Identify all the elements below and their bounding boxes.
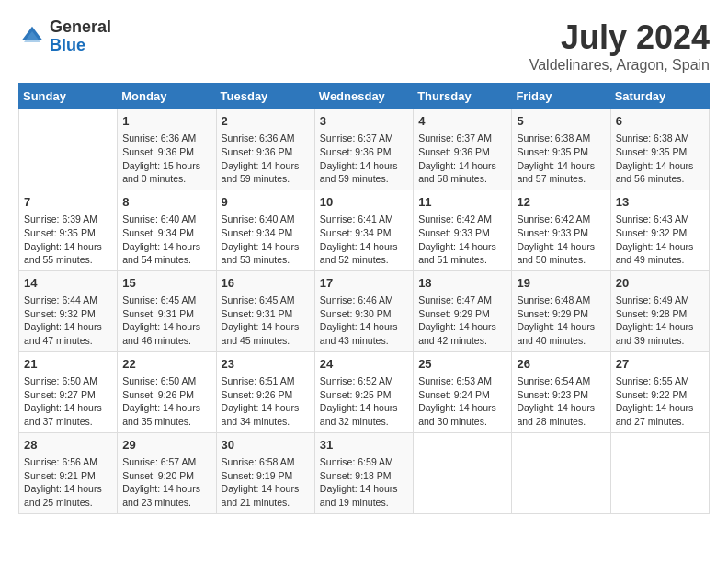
day-info: Sunrise: 6:47 AM Sunset: 9:29 PM Dayligh… [418,293,506,348]
day-number: 3 [320,113,408,130]
calendar-day-cell [512,432,610,513]
calendar-day-cell: 16Sunrise: 6:45 AM Sunset: 9:31 PM Dayli… [216,270,314,351]
calendar-day-cell [414,432,512,513]
calendar-day-cell: 22Sunrise: 6:50 AM Sunset: 9:26 PM Dayli… [118,351,216,432]
day-number: 10 [320,194,408,211]
day-info: Sunrise: 6:41 AM Sunset: 9:34 PM Dayligh… [320,213,408,267]
calendar-day-cell: 27Sunrise: 6:55 AM Sunset: 9:22 PM Dayli… [610,351,709,432]
day-number: 20 [616,275,704,292]
day-info: Sunrise: 6:45 AM Sunset: 9:31 PM Dayligh… [222,293,310,348]
day-info: Sunrise: 6:36 AM Sunset: 9:36 PM Dayligh… [222,132,310,186]
day-number: 28 [24,437,112,454]
day-number: 21 [24,356,112,373]
calendar-day-cell: 20Sunrise: 6:49 AM Sunset: 9:28 PM Dayli… [610,270,709,351]
day-number: 27 [616,356,704,373]
day-number: 16 [222,275,310,292]
day-number: 8 [122,194,210,211]
calendar-day-cell: 26Sunrise: 6:54 AM Sunset: 9:23 PM Dayli… [512,351,610,432]
day-number: 14 [24,275,112,292]
day-of-week-header: Tuesday [216,84,314,109]
day-number: 9 [222,194,310,211]
day-number: 26 [517,356,605,373]
logo-general-text: General [50,17,111,36]
day-info: Sunrise: 6:53 AM Sunset: 9:24 PM Dayligh… [418,374,506,429]
day-info: Sunrise: 6:39 AM Sunset: 9:35 PM Dayligh… [24,213,112,267]
logo-icon [18,23,46,51]
calendar-day-cell: 31Sunrise: 6:59 AM Sunset: 9:18 PM Dayli… [314,432,413,513]
day-info: Sunrise: 6:37 AM Sunset: 9:36 PM Dayligh… [320,132,408,186]
month-title: July 2024 [529,18,710,57]
calendar-day-cell: 24Sunrise: 6:52 AM Sunset: 9:25 PM Dayli… [314,351,413,432]
day-info: Sunrise: 6:42 AM Sunset: 9:33 PM Dayligh… [418,213,506,267]
calendar-week-row: 28Sunrise: 6:56 AM Sunset: 9:21 PM Dayli… [19,432,710,513]
day-info: Sunrise: 6:40 AM Sunset: 9:34 PM Dayligh… [122,213,210,267]
day-info: Sunrise: 6:40 AM Sunset: 9:34 PM Dayligh… [222,213,310,267]
day-number: 15 [122,275,210,292]
location-subtitle: Valdelinares, Aragon, Spain [529,57,710,74]
calendar-day-cell [19,109,118,190]
day-of-week-header: Monday [118,84,216,109]
calendar-day-cell: 14Sunrise: 6:44 AM Sunset: 9:32 PM Dayli… [19,270,118,351]
day-number: 5 [517,113,605,130]
day-info: Sunrise: 6:59 AM Sunset: 9:18 PM Dayligh… [320,455,408,510]
day-info: Sunrise: 6:48 AM Sunset: 9:29 PM Dayligh… [517,293,605,348]
day-info: Sunrise: 6:51 AM Sunset: 9:26 PM Dayligh… [222,374,310,429]
calendar-day-cell: 5Sunrise: 6:38 AM Sunset: 9:35 PM Daylig… [512,109,610,190]
calendar-day-cell: 28Sunrise: 6:56 AM Sunset: 9:21 PM Dayli… [19,432,118,513]
day-number: 18 [418,275,506,292]
calendar-day-cell: 2Sunrise: 6:36 AM Sunset: 9:36 PM Daylig… [216,109,314,190]
calendar-day-cell: 9Sunrise: 6:40 AM Sunset: 9:34 PM Daylig… [216,190,314,270]
calendar-day-cell: 4Sunrise: 6:37 AM Sunset: 9:36 PM Daylig… [414,109,512,190]
day-number: 19 [517,275,605,292]
day-number: 6 [616,113,704,130]
day-of-week-header: Sunday [19,84,118,109]
day-number: 1 [122,113,210,130]
day-of-week-header: Saturday [610,84,709,109]
day-info: Sunrise: 6:45 AM Sunset: 9:31 PM Dayligh… [122,293,210,348]
day-info: Sunrise: 6:44 AM Sunset: 9:32 PM Dayligh… [24,293,112,348]
day-info: Sunrise: 6:56 AM Sunset: 9:21 PM Dayligh… [24,455,112,510]
calendar-day-cell: 7Sunrise: 6:39 AM Sunset: 9:35 PM Daylig… [19,190,118,270]
calendar-day-cell: 11Sunrise: 6:42 AM Sunset: 9:33 PM Dayli… [414,190,512,270]
day-number: 25 [418,356,506,373]
calendar-day-cell: 13Sunrise: 6:43 AM Sunset: 9:32 PM Dayli… [610,190,709,270]
calendar-day-cell: 3Sunrise: 6:37 AM Sunset: 9:36 PM Daylig… [314,109,413,190]
calendar-day-cell: 19Sunrise: 6:48 AM Sunset: 9:29 PM Dayli… [512,270,610,351]
calendar-day-cell: 1Sunrise: 6:36 AM Sunset: 9:36 PM Daylig… [118,109,216,190]
calendar-day-cell: 21Sunrise: 6:50 AM Sunset: 9:27 PM Dayli… [19,351,118,432]
day-number: 22 [122,356,210,373]
calendar-table: SundayMondayTuesdayWednesdayThursdayFrid… [18,83,710,514]
day-info: Sunrise: 6:46 AM Sunset: 9:30 PM Dayligh… [320,293,408,348]
calendar-day-cell: 15Sunrise: 6:45 AM Sunset: 9:31 PM Dayli… [118,270,216,351]
day-info: Sunrise: 6:37 AM Sunset: 9:36 PM Dayligh… [418,132,506,186]
day-info: Sunrise: 6:36 AM Sunset: 9:36 PM Dayligh… [122,132,210,186]
day-info: Sunrise: 6:50 AM Sunset: 9:26 PM Dayligh… [122,374,210,429]
day-info: Sunrise: 6:52 AM Sunset: 9:25 PM Dayligh… [320,374,408,429]
day-number: 13 [616,194,704,211]
calendar-week-row: 21Sunrise: 6:50 AM Sunset: 9:27 PM Dayli… [19,351,710,432]
day-info: Sunrise: 6:38 AM Sunset: 9:35 PM Dayligh… [517,132,605,186]
day-number: 23 [222,356,310,373]
day-info: Sunrise: 6:57 AM Sunset: 9:20 PM Dayligh… [122,455,210,510]
calendar-week-row: 14Sunrise: 6:44 AM Sunset: 9:32 PM Dayli… [19,270,710,351]
day-number: 24 [320,356,408,373]
day-info: Sunrise: 6:54 AM Sunset: 9:23 PM Dayligh… [517,374,605,429]
calendar-day-cell: 17Sunrise: 6:46 AM Sunset: 9:30 PM Dayli… [314,270,413,351]
calendar-day-cell: 25Sunrise: 6:53 AM Sunset: 9:24 PM Dayli… [414,351,512,432]
calendar-week-row: 7Sunrise: 6:39 AM Sunset: 9:35 PM Daylig… [19,190,710,270]
calendar-day-cell: 6Sunrise: 6:38 AM Sunset: 9:35 PM Daylig… [610,109,709,190]
calendar-day-cell: 18Sunrise: 6:47 AM Sunset: 9:29 PM Dayli… [414,270,512,351]
day-number: 11 [418,194,506,211]
logo: General Blue [18,18,111,55]
day-info: Sunrise: 6:42 AM Sunset: 9:33 PM Dayligh… [517,213,605,267]
day-info: Sunrise: 6:38 AM Sunset: 9:35 PM Dayligh… [616,132,704,186]
title-block: July 2024 Valdelinares, Aragon, Spain [529,18,710,74]
calendar-day-cell [610,432,709,513]
day-info: Sunrise: 6:58 AM Sunset: 9:19 PM Dayligh… [222,455,310,510]
calendar-day-cell: 30Sunrise: 6:58 AM Sunset: 9:19 PM Dayli… [216,432,314,513]
day-number: 31 [320,437,408,454]
day-number: 2 [222,113,310,130]
day-info: Sunrise: 6:50 AM Sunset: 9:27 PM Dayligh… [24,374,112,429]
calendar-day-cell: 8Sunrise: 6:40 AM Sunset: 9:34 PM Daylig… [118,190,216,270]
calendar-week-row: 1Sunrise: 6:36 AM Sunset: 9:36 PM Daylig… [19,109,710,190]
